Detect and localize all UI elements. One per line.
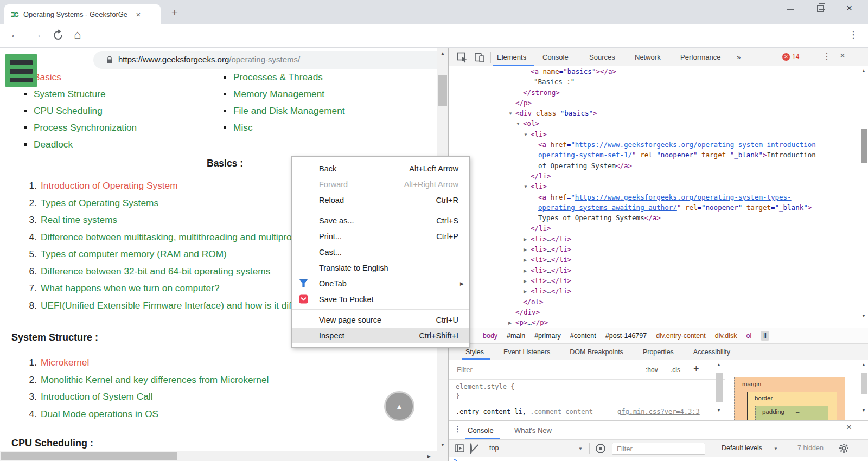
- article-link[interactable]: 1.Microkernel: [24, 354, 425, 372]
- clear-console-icon[interactable]: [470, 443, 472, 454]
- new-style-rule-button[interactable]: +: [693, 363, 699, 375]
- cls-button[interactable]: .cls: [671, 366, 680, 374]
- dom-tree-line[interactable]: </li>: [449, 171, 859, 181]
- elements-scrollbar-thumb[interactable]: [861, 129, 867, 163]
- expand-arrow-icon[interactable]: ▼: [508, 108, 515, 119]
- article-link[interactable]: 3.Introduction of System Call: [24, 388, 425, 406]
- dom-tree-line[interactable]: </ol>: [449, 297, 859, 307]
- console-settings-gear-icon[interactable]: [839, 443, 849, 456]
- breadcrumb-item[interactable]: #post-146797: [605, 332, 647, 340]
- dom-tree-line[interactable]: ▼<div class="basics">: [449, 108, 859, 118]
- dom-tree-line[interactable]: ▶<li>…</li>: [449, 244, 859, 254]
- elements-scroll-up-icon[interactable]: ▲: [859, 68, 868, 73]
- sidebar-tab-properties[interactable]: Properties: [643, 348, 674, 356]
- drawer-tab-whats-new[interactable]: What's New: [514, 426, 552, 434]
- dom-tree-line[interactable]: </p>: [449, 98, 859, 108]
- sidebar-tab-event-listeners[interactable]: Event Listeners: [503, 348, 550, 356]
- reload-icon[interactable]: [52, 29, 64, 43]
- dom-tree-line[interactable]: </li>: [449, 223, 859, 233]
- breadcrumb-item[interactable]: #main: [507, 332, 525, 340]
- styles-filter-input[interactable]: Filter: [457, 366, 473, 374]
- lock-icon[interactable]: [106, 56, 113, 67]
- topic-link[interactable]: Memory Management: [224, 86, 419, 103]
- device-toolbar-icon[interactable]: [474, 52, 485, 65]
- topic-link[interactable]: Deadlock: [24, 136, 219, 153]
- dom-tree-line[interactable]: operating-systems-awaiting-author/" rel=…: [449, 202, 859, 213]
- drawer-menu-icon[interactable]: ⋮: [454, 424, 462, 434]
- context-menu-item-reload[interactable]: ReloadCtrl+R: [292, 192, 469, 208]
- dom-tree-line[interactable]: ▶<p>…</p>: [449, 317, 859, 328]
- context-menu-item-save-to-pocket[interactable]: Save To Pocket: [292, 291, 469, 307]
- sidebar-tab-accessibility[interactable]: Accessibility: [693, 348, 730, 356]
- console-sidebar-icon[interactable]: [455, 444, 464, 456]
- dom-tree-line[interactable]: ▶<li>…</li>: [449, 265, 859, 276]
- breadcrumb-item[interactable]: #primary: [534, 332, 561, 340]
- topic-link[interactable]: System Structure: [24, 86, 219, 103]
- article-link[interactable]: 4.Dual Mode operations in OS: [24, 406, 425, 423]
- browser-tab[interactable]: ƎG Operating Systems - GeeksforGe ×: [4, 4, 161, 24]
- minimize-button[interactable]: [787, 9, 794, 10]
- dom-tree-line[interactable]: ▶<li>…</li>: [449, 254, 859, 265]
- home-icon[interactable]: ⌂: [74, 28, 81, 42]
- topic-link[interactable]: CPU Scheduling: [24, 103, 219, 119]
- dom-tree-line[interactable]: ▼<li>: [449, 129, 859, 139]
- log-levels-select[interactable]: Default levels: [722, 444, 762, 452]
- topic-link[interactable]: Process Synchronization: [24, 119, 219, 136]
- dom-tree-line[interactable]: operating-system-set-1/" rel="noopener" …: [449, 150, 859, 160]
- console-prompt-icon[interactable]: >: [454, 457, 457, 461]
- dom-tree-line[interactable]: </div>: [449, 307, 859, 317]
- context-menu-item-forward[interactable]: ForwardAlt+Right Arrow: [292, 176, 469, 192]
- expand-arrow-icon[interactable]: ▼: [524, 130, 531, 140]
- browser-menu-icon[interactable]: ⋮: [848, 29, 858, 41]
- context-dropdown-icon[interactable]: ▼: [578, 446, 583, 451]
- devtools-tab-console[interactable]: Console: [542, 53, 569, 61]
- collapse-arrow-icon[interactable]: ▶: [524, 286, 531, 297]
- page-horizontal-scrollbar[interactable]: ▶: [0, 451, 448, 461]
- devtools-tab-elements[interactable]: Elements: [497, 53, 526, 61]
- context-menu-item-view-page-source[interactable]: View page sourceCtrl+U: [292, 312, 469, 328]
- dom-tree-line[interactable]: ▶<li>…</li>: [449, 276, 859, 286]
- hov-button[interactable]: :hov: [646, 366, 658, 374]
- element-style-rule[interactable]: element.style {: [456, 383, 514, 390]
- live-expression-icon[interactable]: [596, 444, 605, 453]
- breadcrumb-item[interactable]: body: [483, 332, 497, 340]
- topic-link[interactable]: Processes & Threads: [224, 69, 419, 86]
- devtools-menu-icon[interactable]: ⋮: [822, 51, 831, 61]
- context-menu-item-onetab[interactable]: OneTab▶: [292, 276, 469, 291]
- collapse-arrow-icon[interactable]: ▶: [524, 266, 531, 276]
- devtools-tab-sources[interactable]: Sources: [589, 53, 615, 61]
- topic-link[interactable]: File and Disk Management: [224, 103, 419, 119]
- elements-scroll-down-icon[interactable]: ▼: [859, 313, 868, 318]
- topic-link[interactable]: Misc: [224, 119, 419, 136]
- context-menu-item-inspect[interactable]: InspectCtrl+Shift+I: [292, 328, 469, 343]
- forward-icon[interactable]: →: [31, 28, 42, 41]
- article-link[interactable]: 2.Monolithic Kernel and key differences …: [24, 372, 425, 389]
- collapse-arrow-icon[interactable]: ▶: [524, 276, 531, 286]
- dom-tree-line[interactable]: </strong>: [449, 87, 859, 98]
- dom-tree-line[interactable]: <a href="https://www.geeksforgeeks.org/o…: [449, 139, 859, 150]
- restore-button[interactable]: [817, 5, 824, 12]
- error-count-badge[interactable]: ✕14: [782, 53, 799, 61]
- stylesheet-source-link[interactable]: gfg.min.css?ver=4.3:3: [617, 408, 700, 415]
- context-menu-item-translate-to-english[interactable]: Translate to English: [292, 260, 469, 276]
- devtools-tab-performance[interactable]: Performance: [680, 53, 720, 61]
- tab-close-icon[interactable]: ×: [133, 10, 144, 19]
- dom-tree-line[interactable]: <a name="basics"></a>: [449, 66, 859, 76]
- dom-tree-line[interactable]: ▶<li>…</li>: [449, 234, 859, 244]
- scroll-up-icon[interactable]: ▲: [437, 51, 448, 56]
- devtools-tab-network[interactable]: Network: [635, 53, 661, 61]
- breadcrumb-item[interactable]: div.disk: [715, 332, 737, 340]
- devtools-close-icon[interactable]: ×: [840, 50, 845, 61]
- context-menu-item-cast[interactable]: Cast...: [292, 244, 469, 260]
- new-tab-button[interactable]: +: [168, 6, 181, 19]
- back-to-top-button[interactable]: ▲: [384, 391, 414, 421]
- dom-tree-line[interactable]: ▶<li>…</li>: [449, 286, 859, 296]
- collapse-arrow-icon[interactable]: ▶: [524, 234, 531, 245]
- devtools-tab--[interactable]: »: [737, 53, 741, 61]
- breadcrumb-item[interactable]: div.entry-content: [656, 332, 705, 340]
- context-menu-item-save-as[interactable]: Save as...Ctrl+S: [292, 213, 469, 228]
- breadcrumb-item[interactable]: ol: [746, 332, 751, 340]
- inspect-element-icon[interactable]: [457, 52, 468, 65]
- scroll-right-icon[interactable]: ▶: [427, 454, 431, 459]
- sidebar-tab-dom-breakpoints[interactable]: DOM Breakpoints: [570, 348, 623, 356]
